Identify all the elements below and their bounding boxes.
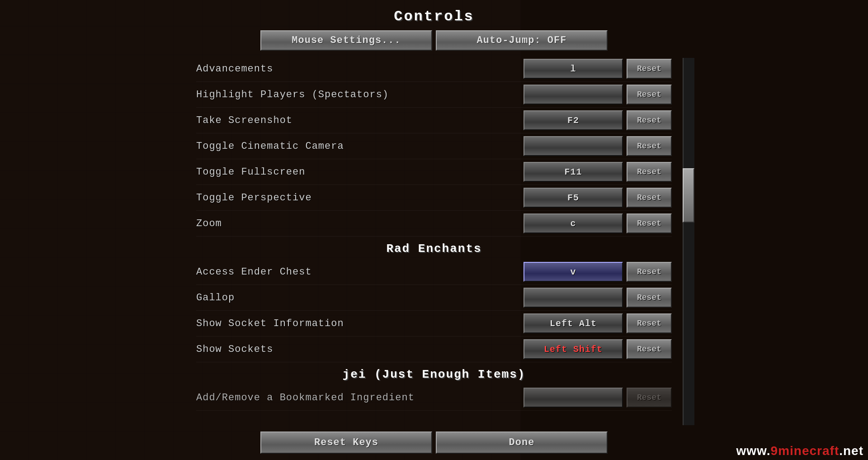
- auto-jump-button[interactable]: Auto-Jump: OFF: [436, 30, 608, 51]
- list-item: Toggle Fullscreen F11 Reset: [196, 159, 672, 185]
- list-item: Take Screenshot F2 Reset: [196, 108, 672, 133]
- list-item: Toggle Cinematic Camera Reset: [196, 133, 672, 159]
- keybinds-wrapper: Advancements l Reset Highlight Players (…: [174, 58, 694, 425]
- reset-button[interactable]: Reset: [627, 339, 672, 359]
- key-button[interactable]: F2: [524, 110, 623, 130]
- key-button[interactable]: l: [524, 59, 623, 79]
- keybind-label: Show Socket Information: [196, 318, 524, 329]
- keybind-label: Toggle Perspective: [196, 192, 524, 204]
- reset-button[interactable]: Reset: [627, 59, 672, 79]
- key-button[interactable]: [524, 288, 623, 308]
- reset-button[interactable]: Reset: [627, 288, 672, 308]
- scrollbar-thumb[interactable]: [683, 168, 694, 223]
- list-item: Show Socket Information Left Alt Reset: [196, 311, 672, 337]
- keybind-right: Reset: [524, 388, 672, 408]
- keybind-label: Take Screenshot: [196, 115, 524, 126]
- list-item: Show Sockets Left Shift Reset: [196, 337, 672, 362]
- reset-button[interactable]: Reset: [627, 388, 672, 408]
- bottom-buttons-area: Reset Keys Done: [174, 425, 694, 460]
- section-header-jei: jei (Just Enough Items): [196, 362, 672, 385]
- reset-button[interactable]: Reset: [627, 136, 672, 156]
- keybind-label: Advancements: [196, 63, 524, 75]
- key-button[interactable]: c: [524, 213, 623, 233]
- mouse-settings-button[interactable]: Mouse Settings...: [260, 30, 432, 51]
- watermark-prefix: www.: [736, 444, 771, 458]
- keybind-right: F11 Reset: [524, 162, 672, 182]
- reset-button[interactable]: Reset: [627, 85, 672, 104]
- keybind-label: Highlight Players (Spectators): [196, 89, 524, 100]
- watermark: www.9minecraft.net: [736, 444, 863, 458]
- section-header-rad-enchants: Rad Enchants: [196, 237, 672, 259]
- keybind-right: Left Alt Reset: [524, 313, 672, 333]
- keybind-label: Zoom: [196, 218, 524, 229]
- watermark-suffix: .net: [839, 444, 863, 458]
- keybind-label: Toggle Fullscreen: [196, 166, 524, 178]
- keybind-label: Add/Remove a Bookmarked Ingredient: [196, 392, 524, 403]
- key-button[interactable]: Left Alt: [524, 313, 623, 333]
- keybind-label: Toggle Cinematic Camera: [196, 141, 524, 152]
- keybind-right: Reset: [524, 288, 672, 308]
- list-item: Add/Remove a Bookmarked Ingredient Reset: [196, 385, 672, 411]
- keybind-right: Left Shift Reset: [524, 339, 672, 359]
- key-button[interactable]: v: [524, 262, 623, 282]
- reset-button[interactable]: Reset: [627, 213, 672, 233]
- main-container: Controls Mouse Settings... Auto-Jump: OF…: [0, 0, 868, 460]
- reset-button[interactable]: Reset: [627, 313, 672, 333]
- keybind-right: Reset: [524, 85, 672, 104]
- key-button[interactable]: F5: [524, 188, 623, 208]
- list-item: Gallop Reset: [196, 285, 672, 311]
- list-item: Advancements l Reset: [196, 58, 672, 82]
- reset-keys-button[interactable]: Reset Keys: [260, 432, 432, 454]
- keybind-right: v Reset: [524, 262, 672, 282]
- watermark-brand: 9minecraft: [771, 444, 840, 458]
- reset-button[interactable]: Reset: [627, 188, 672, 208]
- keybind-label: Show Sockets: [196, 344, 524, 355]
- reset-button[interactable]: Reset: [627, 162, 672, 182]
- list-item: Zoom c Reset: [196, 211, 672, 237]
- key-button[interactable]: [524, 85, 623, 104]
- keybind-label: Gallop: [196, 292, 524, 304]
- key-button[interactable]: Left Shift: [524, 339, 623, 359]
- key-button[interactable]: F11: [524, 162, 623, 182]
- done-button[interactable]: Done: [436, 432, 608, 454]
- keybind-right: l Reset: [524, 59, 672, 79]
- scrollbar-track: [683, 58, 694, 425]
- reset-button[interactable]: Reset: [627, 110, 672, 130]
- list-item: Highlight Players (Spectators) Reset: [196, 82, 672, 108]
- keybind-label: Access Ender Chest: [196, 266, 524, 278]
- key-button[interactable]: [524, 388, 623, 408]
- key-button[interactable]: [524, 136, 623, 156]
- keybinds-scroll-area: Advancements l Reset Highlight Players (…: [174, 58, 694, 425]
- keybind-right: Reset: [524, 136, 672, 156]
- top-buttons-area: Mouse Settings... Auto-Jump: OFF: [260, 30, 608, 51]
- keybind-right: F5 Reset: [524, 188, 672, 208]
- list-item: Access Ender Chest v Reset: [196, 259, 672, 285]
- page-title: Controls: [394, 8, 474, 25]
- reset-button[interactable]: Reset: [627, 262, 672, 282]
- list-item: Toggle Perspective F5 Reset: [196, 185, 672, 211]
- keybind-right: F2 Reset: [524, 110, 672, 130]
- keybind-right: c Reset: [524, 213, 672, 233]
